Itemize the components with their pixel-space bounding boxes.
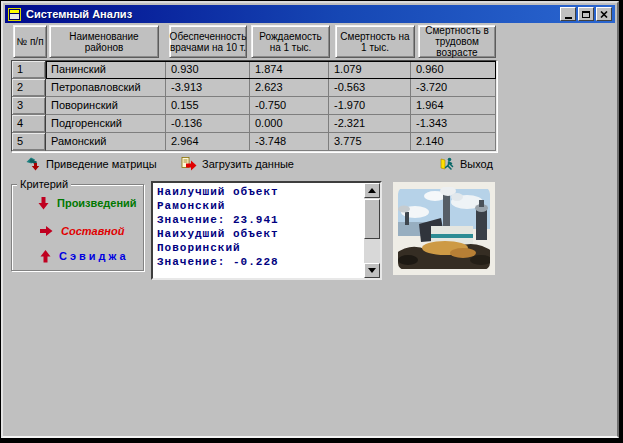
- load-data-label: Загрузить данные: [202, 158, 294, 170]
- cell-value[interactable]: -0.750: [250, 97, 329, 115]
- close-button[interactable]: [596, 7, 612, 21]
- cell-value[interactable]: -3.720: [411, 79, 496, 97]
- column-header-district: Наименование районов: [49, 25, 159, 58]
- district-name[interactable]: Панинский: [46, 61, 166, 79]
- scroll-down-icon: [368, 268, 376, 273]
- cell-value[interactable]: -3.913: [166, 79, 250, 97]
- result-line: Значение: 23.941: [157, 213, 360, 227]
- result-line: Наилучший объект: [157, 185, 360, 199]
- memo-scrollbar[interactable]: [364, 183, 380, 278]
- row-number: 5: [12, 133, 46, 151]
- arrow-up-icon: [40, 250, 51, 263]
- cell-value[interactable]: 2.964: [166, 133, 250, 151]
- cell-value[interactable]: -3.748: [250, 133, 329, 151]
- criterion-composite[interactable]: Составной: [40, 224, 124, 238]
- row-number: 1: [12, 61, 46, 79]
- criteria-groupbox: Критерий Произведений Составной Сэвиджа: [11, 184, 144, 271]
- scrollbar-thumb[interactable]: [364, 199, 380, 239]
- column-header-doctors: Обеспеченность врачами на 10 т.: [169, 25, 247, 58]
- results-text: Наилучший объект Рамонский Значение: 23.…: [153, 183, 364, 278]
- minimize-icon: [565, 17, 572, 19]
- row-number: 2: [12, 79, 46, 97]
- column-header-workingage: Смертность в трудовом возрасте: [418, 25, 496, 58]
- result-line: Рамонский: [157, 199, 360, 213]
- cell-value[interactable]: 2.623: [250, 79, 329, 97]
- cell-value[interactable]: 1.874: [250, 61, 329, 79]
- column-header-index: № п/п: [13, 25, 47, 58]
- title-bar[interactable]: Системный Анализ: [5, 5, 615, 23]
- district-name[interactable]: Подгоренский: [46, 115, 166, 133]
- cell-value[interactable]: -1.343: [411, 115, 496, 133]
- app-window: Системный Анализ № п/п Наименование райо…: [1, 1, 619, 438]
- column-header-birthrate: Рождаемость на 1 тыс.: [251, 25, 330, 58]
- load-data-icon: [181, 156, 197, 172]
- table-row[interactable]: 5 Рамонский 2.964 -3.748 3.775 2.140: [12, 133, 496, 151]
- reduce-matrix-label: Приведение матрицы: [46, 158, 157, 170]
- cell-value[interactable]: -0.563: [329, 79, 411, 97]
- row-number: 3: [12, 97, 46, 115]
- harbor-image-art: [393, 182, 495, 275]
- district-name[interactable]: Рамонский: [46, 133, 166, 151]
- harbor-watercolor-image: [393, 182, 495, 275]
- criterion-savage[interactable]: Сэвиджа: [40, 249, 129, 263]
- cell-value[interactable]: -0.136: [166, 115, 250, 133]
- result-line: Наихудший объект: [157, 227, 360, 241]
- cell-value[interactable]: 0.155: [166, 97, 250, 115]
- criteria-legend: Критерий: [17, 178, 71, 190]
- load-data-button[interactable]: Загрузить данные: [181, 154, 294, 173]
- scroll-up-icon: [368, 188, 376, 193]
- scroll-up-button[interactable]: [364, 183, 380, 198]
- close-icon: [600, 11, 608, 18]
- district-name[interactable]: Петропавловский: [46, 79, 166, 97]
- district-name[interactable]: Поворинский: [46, 97, 166, 115]
- cell-value[interactable]: 3.775: [329, 133, 411, 151]
- table-row[interactable]: 2 Петропавловский -3.913 2.623 -0.563 -3…: [12, 79, 496, 97]
- row-number: 4: [12, 115, 46, 133]
- maximize-icon: [582, 11, 590, 18]
- exit-label: Выход: [460, 158, 493, 170]
- table-row[interactable]: 3 Поворинский 0.155 -0.750 -1.970 1.964: [12, 97, 496, 115]
- criterion-savage-label: Сэвиджа: [59, 250, 129, 262]
- result-line: Значение: -0.228: [157, 255, 360, 269]
- criterion-product[interactable]: Произведений: [38, 196, 137, 210]
- table-row[interactable]: 1 Панинский 0.930 1.874 1.079 0.960: [12, 61, 496, 79]
- cell-value[interactable]: -2.321: [329, 115, 411, 133]
- matrix-tool-icon: [25, 156, 41, 172]
- criterion-composite-label: Составной: [61, 225, 124, 237]
- scroll-down-button[interactable]: [364, 263, 380, 278]
- cell-value[interactable]: 0.000: [250, 115, 329, 133]
- app-icon: [8, 8, 21, 21]
- districts-table: 1 Панинский 0.930 1.874 1.079 0.960 2 Пе…: [11, 60, 497, 152]
- window-title: Системный Анализ: [26, 8, 558, 20]
- maximize-button[interactable]: [578, 7, 594, 21]
- reduce-matrix-button[interactable]: Приведение матрицы: [25, 154, 157, 173]
- cell-value[interactable]: 1.964: [411, 97, 496, 115]
- arrow-right-icon: [40, 226, 53, 236]
- cell-value[interactable]: 0.960: [411, 61, 496, 79]
- results-memo[interactable]: Наилучший объект Рамонский Значение: 23.…: [151, 181, 382, 280]
- criterion-product-label: Произведений: [57, 197, 137, 209]
- cell-value[interactable]: -1.970: [329, 97, 411, 115]
- table-row[interactable]: 4 Подгоренский -0.136 0.000 -2.321 -1.34…: [12, 115, 496, 133]
- result-line: Поворинский: [157, 241, 360, 255]
- exit-button[interactable]: Выход: [439, 154, 493, 173]
- minimize-button[interactable]: [560, 7, 576, 21]
- column-header-mortality: Смертность на 1 тыс.: [335, 25, 415, 58]
- cell-value[interactable]: 2.140: [411, 133, 496, 151]
- exit-running-man-icon: [439, 156, 455, 172]
- cell-value[interactable]: 1.079: [329, 61, 411, 79]
- cell-value[interactable]: 0.930: [166, 61, 250, 79]
- arrow-down-icon: [38, 197, 49, 210]
